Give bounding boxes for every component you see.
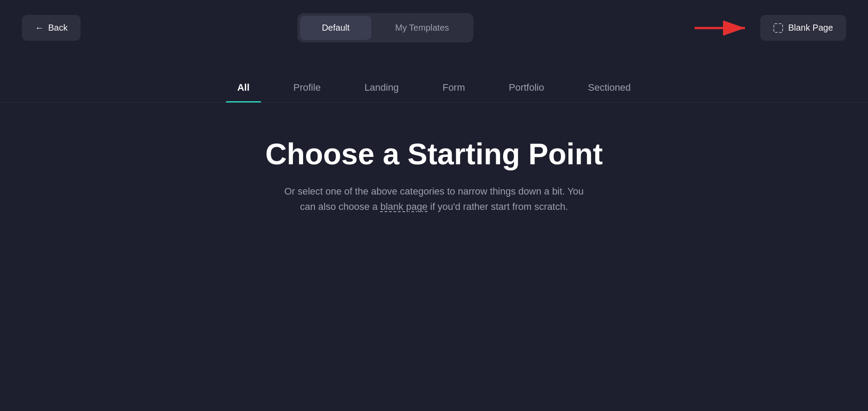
- category-tab-profile[interactable]: Profile: [289, 73, 325, 102]
- tab-default[interactable]: Default: [300, 16, 371, 40]
- blank-page-label: Blank Page: [788, 23, 833, 33]
- category-tab-form[interactable]: Form: [438, 73, 469, 102]
- main-content: Choose a Starting Point Or select one of…: [0, 103, 868, 249]
- blank-page-link[interactable]: blank page: [380, 201, 427, 212]
- category-tab-sectioned[interactable]: Sectioned: [583, 73, 635, 102]
- main-title: Choose a Starting Point: [265, 138, 603, 170]
- category-tab-landing[interactable]: Landing: [360, 73, 403, 102]
- tab-group: Default My Templates: [297, 13, 473, 43]
- back-arrow-icon: ←: [35, 23, 44, 33]
- right-section: Blank Page: [690, 15, 846, 41]
- category-tab-portfolio[interactable]: Portfolio: [505, 73, 549, 102]
- tab-my-templates[interactable]: My Templates: [373, 16, 471, 40]
- annotation-arrow: [690, 17, 752, 39]
- blank-page-button[interactable]: Blank Page: [760, 15, 846, 41]
- category-nav: All Profile Landing Form Portfolio Secti…: [0, 56, 868, 103]
- back-button[interactable]: ← Back: [22, 15, 81, 41]
- subtitle-text-after: if you'd rather start from scratch.: [427, 201, 568, 212]
- back-label: Back: [48, 23, 67, 33]
- blank-page-icon: [773, 23, 783, 33]
- header: ← Back Default My Templates Blank Page: [0, 0, 868, 56]
- category-tab-all[interactable]: All: [233, 73, 254, 102]
- main-subtitle: Or select one of the above categories to…: [281, 184, 587, 214]
